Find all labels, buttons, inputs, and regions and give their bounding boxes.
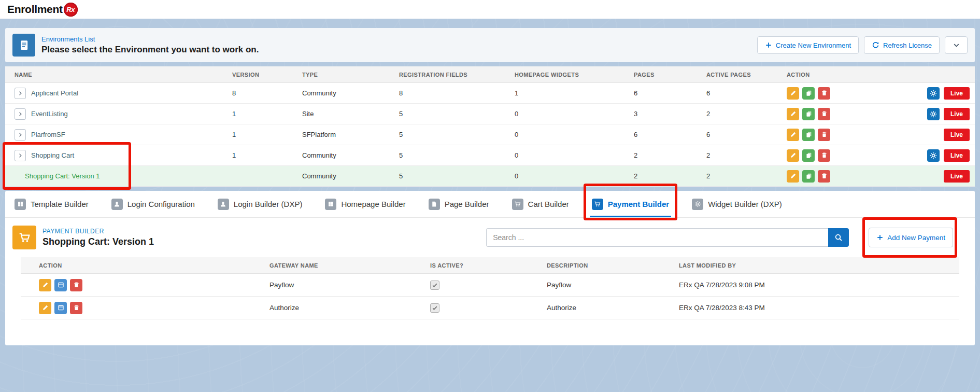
is-active-checkbox[interactable] — [430, 303, 439, 313]
environments-doc-icon — [12, 34, 35, 57]
live-button[interactable]: Live — [944, 170, 970, 183]
tab-login-builder-dxp[interactable]: Login Builder (DXP) — [218, 191, 303, 217]
preview-icon[interactable] — [54, 302, 67, 314]
edit-icon[interactable] — [39, 302, 51, 314]
builder-tabs: Template Builder Login Configuration Log… — [5, 191, 975, 218]
delete-icon[interactable] — [818, 129, 830, 141]
is-active-checkbox[interactable] — [430, 281, 439, 290]
edit-icon[interactable] — [39, 279, 51, 291]
chevron-right-icon — [17, 132, 23, 138]
chevron-right-icon — [17, 111, 23, 117]
settings-gear-icon[interactable] — [927, 87, 940, 100]
expand-row-button[interactable] — [15, 108, 26, 120]
active-pages-cell: 6 — [697, 89, 777, 97]
environment-version-link[interactable]: Shopping Cart: Version 1 — [25, 172, 100, 180]
trash-icon — [821, 152, 828, 159]
create-new-environment-label: Create New Environment — [776, 41, 851, 49]
settings-gear-icon[interactable] — [927, 108, 940, 120]
registration-fields-cell: 5 — [390, 172, 505, 180]
page-background: Environments List Please select the Envi… — [0, 19, 980, 392]
chevron-right-icon — [17, 90, 23, 96]
copy-icon — [805, 90, 812, 96]
tab-login-configuration[interactable]: Login Configuration — [111, 191, 195, 217]
active-pages-cell: 2 — [697, 151, 777, 159]
tab-template-builder[interactable]: Template Builder — [15, 191, 89, 217]
pages-cell: 2 — [624, 172, 697, 180]
edit-icon[interactable] — [787, 129, 799, 141]
delete-icon[interactable] — [818, 149, 830, 162]
col-homepage-widgets: HOMEPAGE WIDGETS — [505, 72, 624, 78]
expand-row-button[interactable] — [15, 88, 26, 99]
logo-text: Enrollment — [7, 3, 63, 16]
description-cell: Payflow — [529, 281, 661, 289]
search-input[interactable] — [486, 228, 828, 247]
homepage-widgets-cell: 1 — [505, 89, 624, 97]
tab-homepage-builder[interactable]: Homepage Builder — [325, 191, 405, 217]
environment-name-link[interactable]: PlarfromSF — [31, 131, 65, 138]
delete-icon[interactable] — [818, 170, 830, 183]
cart-icon — [592, 199, 603, 210]
refresh-license-button[interactable]: Refresh License — [864, 36, 940, 54]
tab-widget-builder-dxp[interactable]: Widget Builder (DXP) — [692, 191, 782, 217]
live-button[interactable]: Live — [944, 149, 970, 162]
tab-page-builder[interactable]: Page Builder — [429, 191, 489, 217]
edit-icon[interactable] — [787, 149, 799, 162]
create-new-environment-button[interactable]: Create New Environment — [757, 36, 859, 54]
row-right-actions: Live — [944, 129, 970, 141]
expand-row-button[interactable] — [15, 129, 26, 141]
active-pages-cell: 2 — [697, 110, 777, 118]
add-new-payment-button[interactable]: Add New Payment — [869, 228, 953, 247]
col-gateway-name: GATEWAY NAME — [251, 262, 412, 269]
action-cell — [21, 302, 251, 314]
action-cell — [21, 279, 251, 291]
payment-search — [486, 228, 849, 247]
table-row: Authorize Authorize ERx QA 7/28/2023 8:4… — [21, 297, 959, 319]
col-description: DESCRIPTION — [529, 262, 661, 269]
payment-cart-icon — [12, 226, 36, 249]
type-cell: Community — [293, 151, 390, 159]
type-cell: Site — [293, 110, 390, 118]
edit-icon[interactable] — [787, 170, 799, 183]
environments-table: NAME VERSION TYPE REGISTRATION FIELDS HO… — [5, 66, 975, 187]
plus-icon — [876, 234, 884, 241]
clone-icon[interactable] — [802, 87, 815, 100]
add-new-payment-label: Add New Payment — [887, 234, 945, 242]
is-active-cell — [412, 281, 529, 290]
is-active-cell — [412, 303, 529, 313]
search-button[interactable] — [828, 228, 849, 247]
clone-icon[interactable] — [802, 108, 815, 120]
tab-payment-builder[interactable]: Payment Builder — [592, 191, 669, 217]
type-cell: Community — [293, 89, 390, 97]
trash-icon — [821, 131, 828, 138]
tab-label: Payment Builder — [608, 200, 669, 208]
tab-label: Login Builder (DXP) — [234, 200, 303, 208]
expand-row-button[interactable] — [15, 150, 26, 161]
clone-icon[interactable] — [802, 129, 815, 141]
gear-icon — [930, 90, 937, 97]
tab-cart-builder[interactable]: Cart Builder — [512, 191, 569, 217]
live-button[interactable]: Live — [944, 129, 970, 141]
edit-icon[interactable] — [787, 108, 799, 120]
settings-gear-icon[interactable] — [927, 149, 940, 162]
payment-builder-header: PAYMENT BUILDER Shopping Cart: Version 1 — [5, 218, 975, 257]
environment-name-link[interactable]: Shopping Cart — [31, 151, 74, 159]
edit-icon[interactable] — [787, 87, 799, 100]
table-row: Shopping Cart 1 Community 5 0 2 2 Live — [5, 145, 975, 166]
more-actions-button[interactable] — [945, 36, 968, 54]
cart-icon — [18, 231, 31, 244]
environment-name-link[interactable]: EventListing — [31, 110, 68, 118]
live-button[interactable]: Live — [944, 87, 970, 100]
add-new-payment-wrap: Add New Payment — [869, 228, 953, 247]
preview-icon[interactable] — [54, 279, 67, 291]
live-button[interactable]: Live — [944, 108, 970, 120]
environment-name-link[interactable]: Applicant Portal — [31, 89, 78, 97]
clone-icon[interactable] — [802, 149, 815, 162]
delete-icon[interactable] — [818, 108, 830, 120]
delete-icon[interactable] — [70, 302, 82, 314]
homepage-widgets-cell: 0 — [505, 131, 624, 138]
refresh-license-label: Refresh License — [883, 41, 932, 49]
delete-icon[interactable] — [70, 279, 82, 291]
clone-icon[interactable] — [802, 170, 815, 183]
delete-icon[interactable] — [818, 87, 830, 100]
grid-icon — [325, 199, 336, 210]
